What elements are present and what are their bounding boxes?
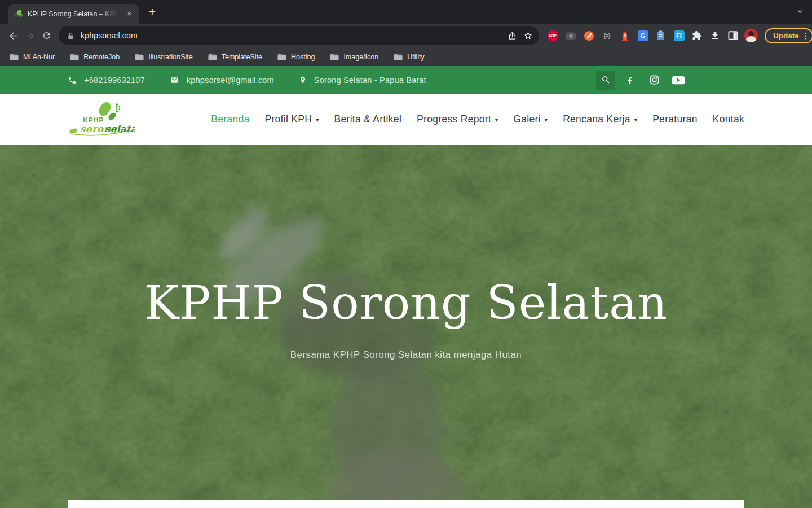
folder-icon xyxy=(208,53,217,61)
site-logo[interactable]: KPHP sorong selatan. xyxy=(68,101,135,138)
bookmark-label: MI An-Nur xyxy=(23,53,55,61)
facebook-icon xyxy=(625,75,635,85)
lock-icon xyxy=(67,32,74,40)
fonts-inspector-icon[interactable]: FI xyxy=(671,28,687,43)
location-pin-icon xyxy=(299,75,307,85)
browser-toolbar: kphpsorsel.com ABP {=} G FI xyxy=(0,24,812,47)
new-tab-button[interactable]: + xyxy=(145,5,159,19)
bookmark-folder[interactable]: IllustrationSite xyxy=(135,53,193,61)
bookmark-folder[interactable]: Image/Icon xyxy=(330,53,378,61)
bookmark-label: Utility xyxy=(407,53,425,61)
extensions-row: ABP {=} G FI Update xyxy=(545,28,812,43)
reload-button[interactable] xyxy=(38,27,55,44)
bookmark-label: Image/Icon xyxy=(343,53,378,61)
extensions-puzzle-icon[interactable] xyxy=(689,28,705,43)
code-braces-icon[interactable]: {=} xyxy=(599,28,615,43)
nav-item-beranda[interactable]: Beranda xyxy=(211,113,249,125)
phone-number: +682199632107 xyxy=(84,76,145,85)
main-navigation: KPHP sorong selatan. BerandaProfil KPH▾B… xyxy=(0,94,812,145)
folder-icon xyxy=(394,53,403,61)
nav-item-label: Beranda xyxy=(211,113,249,125)
bookmark-label: TemplateSite xyxy=(222,53,262,61)
nav-item-label: Berita & Artikel xyxy=(334,113,402,125)
chevron-down-icon: ▾ xyxy=(634,117,637,123)
phone-icon xyxy=(68,76,77,85)
topbar-socials xyxy=(596,71,744,90)
sidebar-toggle-icon[interactable] xyxy=(725,28,741,43)
instagram-link[interactable] xyxy=(645,71,664,90)
bookmark-label: RemoteJob xyxy=(83,53,120,61)
folder-icon xyxy=(277,53,286,61)
hero-title: KPHP Sorong Selatan xyxy=(0,280,812,326)
browser-tab[interactable]: KPHP KPHP Sorong Selatan – KPH M × xyxy=(8,4,139,24)
nav-item-peraturan[interactable]: Peraturan xyxy=(652,113,698,125)
chevron-down-icon: ▾ xyxy=(316,117,319,123)
clipboard-extension-icon[interactable] xyxy=(653,28,669,43)
location-text: Sorong Selatan - Papua Barat xyxy=(314,76,426,85)
bookmark-folder[interactable]: MI An-Nur xyxy=(10,53,55,61)
youtube-icon xyxy=(672,75,685,85)
nav-item-rencana-kerja[interactable]: Rencana Kerja▾ xyxy=(563,113,637,125)
share-button[interactable] xyxy=(504,28,520,43)
youtube-link[interactable] xyxy=(669,71,688,90)
nav-item-galeri[interactable]: Galeri▾ xyxy=(513,113,548,125)
bookmark-star-button[interactable] xyxy=(520,28,536,43)
nav-item-kontak[interactable]: Kontak xyxy=(713,113,744,125)
next-section-edge xyxy=(68,500,744,508)
bookmark-folder[interactable]: RemoteJob xyxy=(70,53,120,61)
main-menu: BerandaProfil KPH▾Berita & ArtikelProgre… xyxy=(211,113,744,125)
nav-item-label: Progress Report xyxy=(417,113,491,125)
search-icon xyxy=(601,75,611,85)
bookmark-folder[interactable]: Hosting xyxy=(277,53,315,61)
nav-item-label: Kontak xyxy=(713,113,744,125)
address-bar[interactable]: kphpsorsel.com xyxy=(59,26,539,45)
instagram-icon xyxy=(649,75,660,85)
bookmark-folder[interactable]: TemplateSite xyxy=(208,53,262,61)
nav-item-profil-kph[interactable]: Profil KPH▾ xyxy=(264,113,319,125)
kebab-menu-icon[interactable]: ⋮ xyxy=(802,32,809,40)
folder-icon xyxy=(135,53,144,61)
hero-subtitle: Bersama KPHP Sorong Selatan kita menjaga… xyxy=(0,349,812,361)
folder-icon xyxy=(10,53,19,61)
lighthouse-icon[interactable] xyxy=(617,28,633,43)
bookmark-label: IllustrationSite xyxy=(148,53,193,61)
downloads-icon[interactable] xyxy=(707,28,723,43)
nav-item-label: Peraturan xyxy=(652,113,698,125)
phone-contact[interactable]: +682199632107 xyxy=(68,76,145,85)
update-button[interactable]: Update ⋮ xyxy=(765,28,812,43)
svg-text:KPHP: KPHP xyxy=(15,14,23,17)
google-translate-icon[interactable]: G xyxy=(635,28,651,43)
tab-strip: KPHP KPHP Sorong Selatan – KPH M × + xyxy=(0,0,812,24)
mail-icon xyxy=(170,76,179,84)
bookmark-folder[interactable]: Utility xyxy=(394,53,425,61)
search-button[interactable] xyxy=(596,71,615,90)
facebook-link[interactable] xyxy=(620,71,639,90)
nav-item-label: Rencana Kerja xyxy=(563,113,630,125)
hero-section: KPHP Sorong Selatan Bersama KPHP Sorong … xyxy=(0,145,812,508)
nav-item-berita-artikel[interactable]: Berita & Artikel xyxy=(334,113,402,125)
bookmark-label: Hosting xyxy=(291,53,315,61)
bookmarks-bar: MI An-Nur RemoteJob IllustrationSite Tem… xyxy=(0,47,812,66)
back-button[interactable] xyxy=(5,27,21,44)
chevron-down-icon: ▾ xyxy=(495,117,498,123)
adblock-plus-icon[interactable]: ABP xyxy=(545,28,561,43)
email-address: kphpsorsel@gmail.com xyxy=(187,76,274,85)
tab-search-chevron-icon[interactable] xyxy=(796,7,804,17)
location-contact[interactable]: Sorong Selatan - Papua Barat xyxy=(299,75,426,85)
screenshot-extension-icon[interactable] xyxy=(563,28,579,43)
postman-icon[interactable] xyxy=(581,28,597,43)
nav-item-progress-report[interactable]: Progress Report▾ xyxy=(417,113,498,125)
site-topbar: +682199632107 kphpsorsel@gmail.com Soron… xyxy=(0,66,812,94)
email-contact[interactable]: kphpsorsel@gmail.com xyxy=(170,76,274,85)
profile-avatar[interactable] xyxy=(743,28,759,43)
logo-script-2: selatan. xyxy=(105,123,135,134)
nav-item-label: Profil KPH xyxy=(264,113,312,125)
folder-icon xyxy=(70,53,79,61)
tab-title: KPHP Sorong Selatan – KPH M xyxy=(28,10,120,18)
folder-icon xyxy=(330,53,339,61)
site-favicon-icon: KPHP xyxy=(14,10,23,19)
forward-button[interactable] xyxy=(21,27,38,44)
tab-close-icon[interactable]: × xyxy=(125,9,134,19)
update-label: Update xyxy=(773,32,799,40)
url-text: kphpsorsel.com xyxy=(81,31,504,40)
